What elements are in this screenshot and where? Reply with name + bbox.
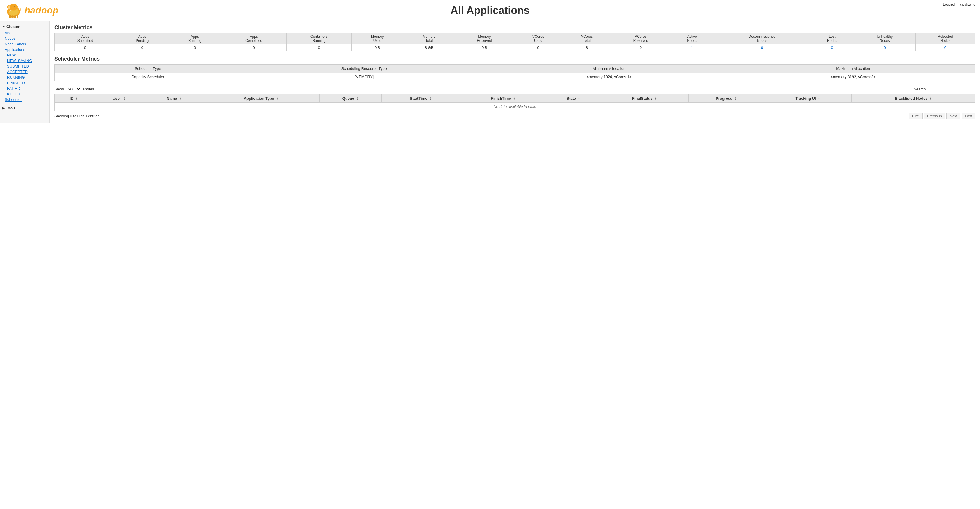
col-active-nodes: ActiveNodes <box>670 34 714 44</box>
sidebar-item-submitted[interactable]: SUBMITTED <box>5 64 49 69</box>
col-memory-used: MemoryUsed <box>352 34 403 44</box>
svg-rect-10 <box>17 15 18 18</box>
main-content: Cluster Metrics AppsSubmitted AppsPendin… <box>50 21 980 123</box>
col-apps-completed: AppsCompleted <box>221 34 286 44</box>
col-vcores-used: VCoresUsed <box>514 34 563 44</box>
tools-arrow-icon: ▶ <box>2 107 5 110</box>
logo: hadoop <box>5 2 59 18</box>
tools-section-header[interactable]: ▶ Tools <box>0 105 49 112</box>
cluster-section-header[interactable]: ▼ Cluster <box>0 23 49 30</box>
sch-val-min: <memory:1024, vCores:1> <box>487 73 731 81</box>
first-button[interactable]: First <box>909 113 923 120</box>
col-vcores-reserved: VCoresReserved <box>611 34 670 44</box>
last-button[interactable]: Last <box>962 113 975 120</box>
val-memory-total: 8 GB <box>403 44 455 51</box>
sch-val-max: <memory:8192, vCores:8> <box>731 73 975 81</box>
blacklisted-sort-icon: ⇕ <box>929 97 932 101</box>
tracking-sort-icon: ⇕ <box>818 97 820 101</box>
decommissioned-link[interactable]: 0 <box>761 45 763 50</box>
app-col-blacklisted[interactable]: Blacklisted Nodes ⇕ <box>852 94 975 103</box>
val-apps-pending: 0 <box>116 44 169 51</box>
val-decommissioned-nodes[interactable]: 0 <box>714 44 810 51</box>
scheduler-metrics-table: Scheduler Type Scheduling Resource Type … <box>54 64 975 81</box>
sidebar-item-new-saving[interactable]: NEW_SAVING <box>5 58 49 64</box>
app-col-type[interactable]: Application Type ⇕ <box>203 94 320 103</box>
svg-point-3 <box>14 6 16 7</box>
active-nodes-link[interactable]: 1 <box>691 45 693 50</box>
sidebar: ▼ Cluster About Nodes Node Labels Applic… <box>0 21 50 123</box>
page-title: All Applications <box>450 5 530 17</box>
app-col-name[interactable]: Name ⇕ <box>145 94 203 103</box>
name-sort-icon: ⇕ <box>179 97 181 101</box>
sidebar-item-applications[interactable]: Applications <box>0 47 49 53</box>
val-rebooted-nodes[interactable]: 0 <box>915 44 975 51</box>
sidebar-item-running[interactable]: RUNNING <box>5 75 49 80</box>
app-col-starttime[interactable]: StartTime ⇕ <box>381 94 460 103</box>
col-memory-reserved: MemoryReserved <box>455 34 514 44</box>
lost-link[interactable]: 0 <box>831 45 833 50</box>
val-vcores-used: 0 <box>514 44 563 51</box>
sidebar-item-new[interactable]: NEW <box>5 53 49 58</box>
cluster-metrics-row: 0 0 0 0 0 0 B 8 GB 0 B 0 8 0 1 0 0 0 0 <box>55 44 975 51</box>
rebooted-link[interactable]: 0 <box>944 45 947 50</box>
sidebar-item-scheduler[interactable]: Scheduler <box>0 97 49 102</box>
finishtime-sort-icon: ⇕ <box>513 97 515 101</box>
sidebar-item-nodes[interactable]: Nodes <box>0 36 49 41</box>
val-lost-nodes[interactable]: 0 <box>810 44 854 51</box>
app-col-queue[interactable]: Queue ⇕ <box>319 94 381 103</box>
no-data-row: No data available in table <box>55 103 975 111</box>
state-sort-icon: ⇕ <box>578 97 580 101</box>
cluster-section-label: Cluster <box>6 25 19 29</box>
sch-col-min: Minimum Allocation <box>487 65 731 73</box>
cluster-metrics-table: AppsSubmitted AppsPending AppsRunning Ap… <box>54 33 975 51</box>
search-box: Search: <box>914 86 975 93</box>
svg-point-11 <box>10 10 18 16</box>
cluster-metrics-title: Cluster Metrics <box>54 25 975 31</box>
col-decommissioned-nodes: DecommissionedNodes <box>714 34 810 44</box>
val-active-nodes[interactable]: 1 <box>670 44 714 51</box>
unhealthy-link[interactable]: 0 <box>884 45 886 50</box>
scheduler-row: Capacity Scheduler [MEMORY] <memory:1024… <box>55 73 975 81</box>
search-input[interactable] <box>929 86 975 93</box>
next-button[interactable]: Next <box>947 113 961 120</box>
app-col-finishtime[interactable]: FinishTime ⇕ <box>460 94 546 103</box>
scheduler-metrics-title: Scheduler Metrics <box>54 56 975 62</box>
svg-rect-7 <box>9 15 11 18</box>
applications-table: ID ⇕ User ⇕ Name ⇕ Application Type ⇕ <box>54 94 975 111</box>
val-memory-used: 0 B <box>352 44 403 51</box>
app-col-state[interactable]: State ⇕ <box>546 94 601 103</box>
sidebar-item-failed[interactable]: FAILED <box>5 86 49 91</box>
logged-in-text: Logged in as: dr.who <box>943 2 975 6</box>
val-vcores-total: 8 <box>563 44 611 51</box>
app-col-user[interactable]: User ⇕ <box>93 94 145 103</box>
val-apps-completed: 0 <box>221 44 286 51</box>
entries-select[interactable]: 10 20 50 100 <box>66 86 81 93</box>
sidebar-item-killed[interactable]: KILLED <box>5 91 49 97</box>
sidebar-item-finished[interactable]: FINISHED <box>5 80 49 86</box>
app-col-id[interactable]: ID ⇕ <box>55 94 93 103</box>
progress-sort-icon: ⇕ <box>734 97 737 101</box>
val-apps-submitted: 0 <box>55 44 116 51</box>
col-apps-pending: AppsPending <box>116 34 169 44</box>
showing-text: Showing 0 to 0 of 0 entries <box>54 114 99 118</box>
app-col-tracking-ui[interactable]: Tracking UI ⇕ <box>764 94 851 103</box>
sch-col-max: Maximum Allocation <box>731 65 975 73</box>
type-sort-icon: ⇕ <box>276 97 278 101</box>
sidebar-item-accepted[interactable]: ACCEPTED <box>5 69 49 75</box>
app-col-finalstatus[interactable]: FinalStatus ⇕ <box>601 94 688 103</box>
hadoop-logo-icon <box>5 2 22 18</box>
app-col-progress[interactable]: Progress ⇕ <box>688 94 764 103</box>
user-sort-icon: ⇕ <box>123 97 126 101</box>
val-memory-reserved: 0 B <box>455 44 514 51</box>
val-vcores-reserved: 0 <box>611 44 670 51</box>
pagination-buttons: First Previous Next Last <box>909 113 975 120</box>
col-apps-running: AppsRunning <box>169 34 221 44</box>
col-vcores-total: VCoresTotal <box>563 34 611 44</box>
show-label: Show <box>54 87 64 91</box>
sidebar-item-about[interactable]: About <box>0 30 49 36</box>
entries-label: entries <box>83 87 94 91</box>
previous-button[interactable]: Previous <box>924 113 945 120</box>
col-lost-nodes: LostNodes <box>810 34 854 44</box>
val-unhealthy-nodes[interactable]: 0 <box>854 44 915 51</box>
sidebar-item-node-labels[interactable]: Node Labels <box>0 41 49 47</box>
